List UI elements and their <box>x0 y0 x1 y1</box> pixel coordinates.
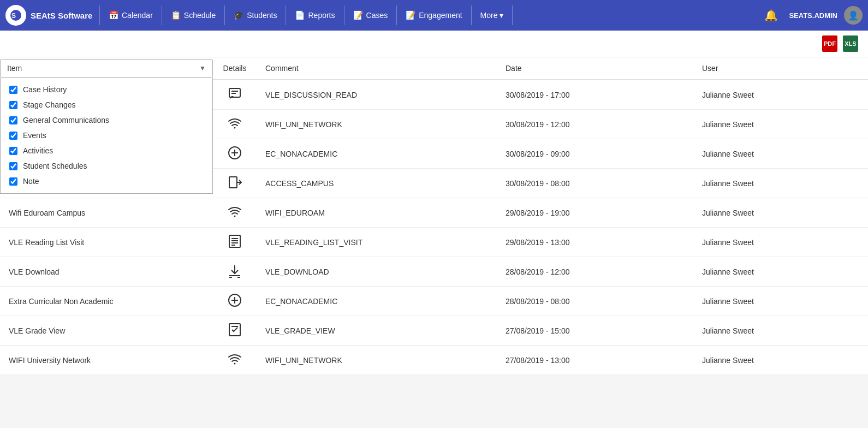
nav-item-cases[interactable]: 📝 Cases <box>346 0 396 31</box>
nav-label-engagement: Engagement <box>419 11 462 20</box>
cell-comment: WIFI_UNI_NETWORK <box>257 110 497 139</box>
cell-comment: WIFI_UNI_NETWORK <box>257 346 497 375</box>
cell-comment: ACCESS_CAMPUS <box>257 169 497 198</box>
pdf-icon: PDF <box>822 35 837 52</box>
filter-label-activities: Activities <box>23 146 53 155</box>
nav-divider-8 <box>512 5 513 25</box>
table-row: VLE Grade View VLE_GRADE_VIEW27/08/2019 … <box>0 316 868 346</box>
cell-date: 29/08/2019 - 13:00 <box>497 228 693 257</box>
nav-item-calendar[interactable]: 📅 Calendar <box>101 0 160 31</box>
nav-divider-1 <box>99 5 100 25</box>
th-item: Item ▼ Case History Stage Cha <box>0 57 213 80</box>
filter-option-general-comms[interactable]: General Communications <box>1 112 212 128</box>
nav-label-students: Students <box>247 11 277 20</box>
calendar-icon: 📅 <box>109 10 119 20</box>
checkbox-note[interactable] <box>9 177 17 186</box>
nav-item-more[interactable]: More ▾ <box>473 0 512 31</box>
cell-details <box>213 80 257 110</box>
checkbox-events[interactable] <box>9 132 17 140</box>
filter-option-events[interactable]: Events <box>1 128 212 143</box>
th-details: Details <box>213 57 257 80</box>
cell-comment: VLE_DISCUSSION_READ <box>257 80 497 110</box>
checkbox-case-history[interactable] <box>9 86 17 94</box>
cell-user: Julianne Sweet <box>693 228 868 257</box>
cell-item: Wifi Eduroam Campus <box>0 198 213 228</box>
checkbox-student-schedules[interactable] <box>9 162 17 170</box>
nav-divider-4 <box>286 5 286 25</box>
cell-details <box>213 287 257 316</box>
engagement-icon: 📝 <box>406 10 416 20</box>
filter-option-note[interactable]: Note <box>1 174 212 189</box>
brand-name: SEAtS Software <box>31 11 92 20</box>
item-filter-container: Item ▼ Case History Stage Cha <box>0 59 213 78</box>
reports-icon: 📄 <box>295 10 305 20</box>
nav-label-more: More ▾ <box>480 11 504 20</box>
cell-details <box>213 316 257 346</box>
cell-date: 30/08/2019 - 12:00 <box>497 110 693 139</box>
cell-user: Julianne Sweet <box>693 169 868 198</box>
nav-item-engagement[interactable]: 📝 Engagement <box>398 0 469 31</box>
filter-label-note: Note <box>23 177 39 186</box>
filter-option-stage-changes[interactable]: Stage Changes <box>1 97 212 112</box>
cell-date: 28/08/2019 - 08:00 <box>497 287 693 316</box>
cell-comment: EC_NONACADEMIC <box>257 287 497 316</box>
pdf-export-button[interactable]: PDF <box>821 35 839 52</box>
item-dropdown-button[interactable]: Item ▼ <box>0 59 213 78</box>
cell-comment: VLE_READING_LIST_VISIT <box>257 228 497 257</box>
nav-item-schedule[interactable]: 📋 Schedule <box>163 0 223 31</box>
data-table: Item ▼ Case History Stage Cha <box>0 57 868 375</box>
admin-label: SEATS.ADMIN <box>789 11 837 20</box>
table-row: Wifi Eduroam Campus WIFI_EDUROAM29/08/20… <box>0 198 868 228</box>
item-dropdown-menu: Case History Stage Changes General Commu… <box>0 78 213 194</box>
cell-date: 27/08/2019 - 13:00 <box>497 346 693 375</box>
svg-point-27 <box>234 363 236 365</box>
main-content: Item ▼ Case History Stage Cha <box>0 57 868 375</box>
filter-option-student-schedules[interactable]: Student Schedules <box>1 158 212 174</box>
cell-date: 28/08/2019 - 12:00 <box>497 257 693 287</box>
cell-details <box>213 110 257 139</box>
filter-option-activities[interactable]: Activities <box>1 143 212 158</box>
bell-icon[interactable]: 🔔 <box>760 9 782 22</box>
th-comment: Comment <box>257 57 497 80</box>
cell-details <box>213 139 257 169</box>
filter-label-events: Events <box>23 131 46 140</box>
cell-user: Julianne Sweet <box>693 198 868 228</box>
cell-date: 27/08/2019 - 15:00 <box>497 316 693 346</box>
nav-right: 🔔 SEATS.ADMIN 👤 <box>760 6 863 25</box>
cell-user: Julianne Sweet <box>693 316 868 346</box>
checkbox-stage-changes[interactable] <box>9 101 17 109</box>
cell-comment: WIFI_EDUROAM <box>257 198 497 228</box>
nav-label-schedule: Schedule <box>184 11 216 20</box>
cell-item: Extra Curricular Non Academic <box>0 287 213 316</box>
schedule-icon: 📋 <box>171 10 181 20</box>
th-date: Date <box>497 57 693 80</box>
excel-icon: XLS <box>843 35 858 52</box>
cell-item: VLE Grade View <box>0 316 213 346</box>
table-row: VLE Download VLE_DOWNLOAD28/08/2019 - 12… <box>0 257 868 287</box>
cell-details <box>213 198 257 228</box>
cell-user: Julianne Sweet <box>693 80 868 110</box>
filter-option-case-history[interactable]: Case History <box>1 82 212 97</box>
toolbar: PDF XLS <box>0 31 868 57</box>
nav-item-students[interactable]: 🎓 Students <box>226 0 284 31</box>
cell-comment: VLE_GRADE_VIEW <box>257 316 497 346</box>
nav-divider-5 <box>344 5 344 25</box>
nav-item-reports[interactable]: 📄 Reports <box>287 0 342 31</box>
cell-details <box>213 257 257 287</box>
th-user: User <box>693 57 868 80</box>
checkbox-general-comms[interactable] <box>9 116 17 124</box>
cell-item: VLE Download <box>0 257 213 287</box>
cell-date: 29/08/2019 - 19:00 <box>497 198 693 228</box>
svg-point-6 <box>234 127 236 129</box>
svg-point-12 <box>234 216 236 217</box>
cell-item: VLE Reading List Visit <box>0 228 213 257</box>
nav-label-reports: Reports <box>308 11 335 20</box>
checkbox-activities[interactable] <box>9 147 17 155</box>
table-header-row: Item ▼ Case History Stage Cha <box>0 57 868 80</box>
brand: S SEAtS Software <box>5 5 93 26</box>
cell-user: Julianne Sweet <box>693 139 868 169</box>
cell-user: Julianne Sweet <box>693 287 868 316</box>
cell-comment: VLE_DOWNLOAD <box>257 257 497 287</box>
excel-export-button[interactable]: XLS <box>842 35 859 52</box>
table-row: Extra Curricular Non Academic EC_NONACAD… <box>0 287 868 316</box>
